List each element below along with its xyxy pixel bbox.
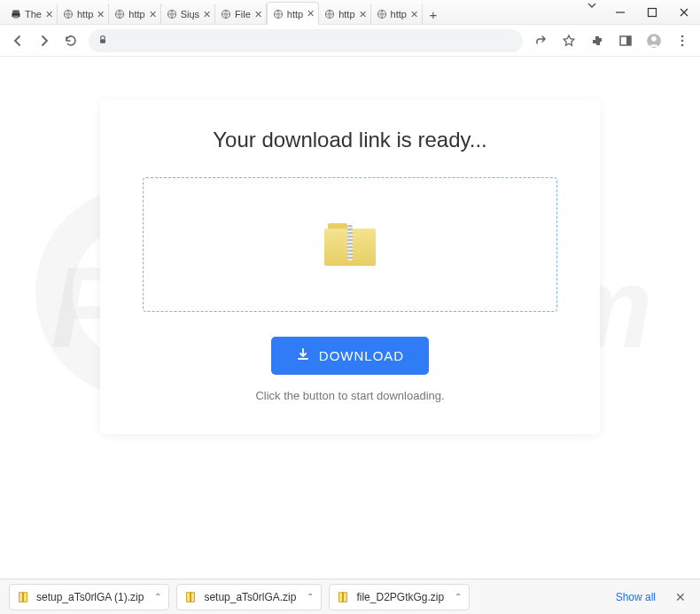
svg-rect-2 (13, 16, 19, 19)
svg-point-19 (681, 43, 684, 46)
tab-1[interactable]: http ✕ (58, 4, 109, 25)
tab-6[interactable]: http ✕ (319, 4, 370, 25)
tab-search-button[interactable] (579, 0, 604, 11)
download-item[interactable]: setup_aTs0rlGA (1).zip ⌃ (9, 584, 169, 610)
chevron-up-icon[interactable]: ⌃ (303, 592, 314, 602)
downloads-shelf: setup_aTs0rlGA (1).zip ⌃ setup_aTs0rlGA.… (0, 579, 700, 614)
close-icon[interactable]: ✕ (97, 9, 105, 20)
browser-titlebar: The ✕ http ✕ http ✕ Siųs ✕ File ✕ http ✕ (0, 0, 700, 25)
tab-7[interactable]: http ✕ (371, 4, 423, 25)
svg-rect-21 (22, 592, 24, 602)
zip-folder-icon (324, 223, 376, 266)
window-controls (604, 0, 700, 25)
globe-icon (324, 9, 335, 19)
maximize-button[interactable] (636, 0, 668, 25)
close-icon[interactable]: ✕ (670, 587, 691, 608)
globe-icon (63, 9, 74, 19)
tab-title: http (128, 9, 144, 19)
svg-rect-12 (100, 39, 105, 43)
svg-rect-0 (12, 11, 19, 13)
tab-5-active[interactable]: http ✕ (267, 2, 319, 25)
tab-4[interactable]: File ✕ (215, 4, 267, 25)
download-item[interactable]: setup_aTs0rlGA.zip ⌃ (176, 584, 322, 610)
show-all-link[interactable]: Show all (609, 587, 663, 607)
bookmark-icon[interactable] (560, 32, 578, 50)
lock-icon (97, 33, 108, 49)
forward-button[interactable] (35, 32, 53, 50)
tab-title: The (25, 9, 42, 19)
reload-button[interactable] (62, 32, 80, 50)
download-filename: setup_aTs0rlGA.zip (204, 591, 296, 603)
toolbar-right (532, 32, 691, 50)
tab-title: Siųs (181, 9, 199, 19)
close-icon[interactable]: ✕ (410, 9, 418, 20)
close-icon[interactable]: ✕ (203, 9, 211, 20)
svg-rect-11 (649, 9, 657, 17)
svg-rect-23 (191, 592, 192, 602)
address-bar[interactable] (89, 29, 523, 52)
menu-icon[interactable] (673, 32, 691, 50)
card-hint: Click the button to start downloading. (143, 389, 557, 402)
card-heading: Your download link is ready... (143, 128, 557, 152)
download-button[interactable]: DOWNLOAD (271, 337, 429, 375)
download-item[interactable]: file_D2PGtkGg.zip ⌃ (329, 584, 470, 610)
svg-point-16 (651, 35, 657, 41)
download-button-label: DOWNLOAD (319, 348, 404, 363)
globe-icon (273, 9, 284, 19)
chevron-up-icon[interactable]: ⌃ (451, 592, 462, 602)
tab-title: http (338, 9, 354, 19)
share-icon[interactable] (532, 32, 549, 50)
window-close-button[interactable] (668, 0, 700, 25)
globe-icon (377, 9, 387, 19)
globe-icon (167, 9, 177, 19)
file-icon (17, 591, 29, 603)
new-tab-button[interactable]: + (423, 4, 444, 25)
close-icon[interactable]: ✕ (307, 8, 315, 19)
close-icon[interactable]: ✕ (149, 9, 157, 20)
back-button[interactable] (9, 32, 27, 50)
file-preview-dropzone (143, 177, 557, 312)
globe-icon (221, 9, 231, 19)
browser-toolbar (0, 25, 700, 57)
globe-icon (114, 9, 125, 19)
tab-title: File (235, 9, 251, 19)
download-filename: file_D2PGtkGg.zip (356, 591, 444, 603)
svg-point-17 (681, 35, 684, 37)
svg-rect-14 (626, 36, 631, 45)
download-icon (296, 347, 310, 364)
tab-3[interactable]: Siųs ✕ (161, 4, 215, 25)
close-icon[interactable]: ✕ (45, 9, 53, 20)
profile-icon[interactable] (645, 32, 663, 50)
close-icon[interactable]: ✕ (254, 9, 262, 20)
page-content: Your download link is ready... DOWNLOAD … (0, 57, 700, 579)
printer-icon (11, 9, 21, 19)
minimize-button[interactable] (604, 0, 636, 25)
tab-strip: The ✕ http ✕ http ✕ Siųs ✕ File ✕ http ✕ (0, 0, 579, 25)
chevron-up-icon[interactable]: ⌃ (151, 592, 161, 602)
sidepanel-icon[interactable] (617, 32, 634, 50)
tab-title: http (391, 9, 407, 19)
download-card: Your download link is ready... DOWNLOAD … (100, 99, 600, 434)
file-icon (184, 591, 197, 603)
tab-2[interactable]: http ✕ (109, 4, 160, 25)
close-icon[interactable]: ✕ (359, 9, 367, 20)
svg-point-18 (681, 39, 684, 42)
extensions-icon[interactable] (588, 32, 606, 50)
download-filename: setup_aTs0rlGA (1).zip (36, 591, 144, 603)
file-icon (337, 591, 349, 603)
tab-title: http (77, 9, 93, 19)
tab-title: http (287, 9, 303, 19)
svg-rect-25 (343, 592, 345, 602)
tab-0[interactable]: The ✕ (5, 4, 58, 25)
